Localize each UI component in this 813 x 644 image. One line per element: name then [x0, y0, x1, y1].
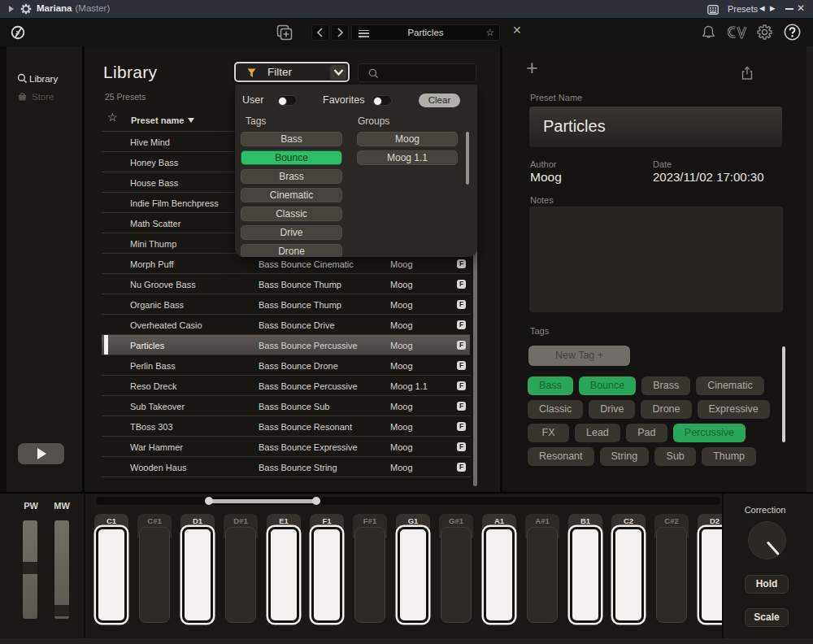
key-e1[interactable]: [268, 527, 299, 623]
scroll-handle-right[interactable]: [312, 497, 320, 505]
dropdown-scrollbar[interactable]: [466, 132, 469, 185]
pitch-wheel[interactable]: [23, 520, 37, 619]
preset-row[interactable]: Sub TakeoverBass Bounce SubMoogF: [102, 396, 470, 416]
preset-forward-button[interactable]: [331, 24, 349, 41]
sort-column-header[interactable]: Preset name: [131, 115, 184, 125]
favorite-star-icon[interactable]: ☆: [485, 27, 494, 38]
key-a1[interactable]: [484, 527, 515, 623]
key-g1[interactable]: [398, 527, 428, 623]
key-fs1[interactable]: [354, 527, 385, 623]
plugin-toolbar: Particles ☆ ✕: [0, 18, 813, 46]
key-f1[interactable]: [311, 527, 342, 623]
new-tag-button[interactable]: New Tag +: [528, 346, 630, 366]
add-preset-icon[interactable]: +: [526, 56, 538, 80]
tag-chip-lead[interactable]: Lead: [575, 424, 620, 442]
share-icon[interactable]: [741, 66, 754, 80]
preview-play-button[interactable]: [18, 443, 64, 464]
mod-wheel[interactable]: [54, 520, 69, 619]
filter-tag-bass[interactable]: Bass: [241, 132, 342, 146]
tag-chip-thump[interactable]: Thump: [702, 447, 756, 466]
tag-chip-bounce[interactable]: Bounce: [579, 376, 636, 395]
notes-field[interactable]: [529, 207, 783, 312]
collapse-caret-icon[interactable]: [9, 6, 14, 12]
filter-tag-cinematic[interactable]: Cinematic: [241, 188, 342, 202]
key-b1[interactable]: [570, 527, 601, 623]
tag-chip-string[interactable]: String: [600, 447, 650, 466]
preset-prev-button[interactable]: ◀: [759, 4, 765, 12]
preset-row[interactable]: Wooden HausBass Bounce StringMoogF: [102, 457, 470, 477]
key-as1[interactable]: [527, 527, 558, 623]
sidebar-item-library[interactable]: Library: [17, 73, 28, 86]
filter-tag-classic[interactable]: Classic: [241, 207, 342, 221]
tag-chip-brass[interactable]: Brass: [641, 376, 690, 395]
preset-group: Moog: [390, 320, 413, 330]
play-icon: [37, 448, 46, 459]
preset-row[interactable]: Nu Groove BassBass Bounce ThumpMoogF: [102, 274, 470, 294]
preset-row[interactable]: ParticlesBass Bounce PercussiveMoogF: [102, 335, 470, 355]
keyboard-scroll-thumb[interactable]: [208, 499, 317, 503]
clear-preset-icon[interactable]: ✕: [512, 24, 522, 37]
notifications-bell-icon[interactable]: [701, 25, 716, 40]
tag-chip-cinematic[interactable]: Cinematic: [696, 376, 764, 395]
key-cs2[interactable]: [656, 527, 687, 623]
cv-settings-icon[interactable]: [728, 25, 747, 39]
preset-row[interactable]: Perlin BassBass Bounce DroneMoogF: [102, 355, 470, 376]
keyboard-icon[interactable]: [707, 5, 719, 15]
scale-button[interactable]: Scale: [745, 608, 789, 627]
correction-knob[interactable]: [748, 521, 786, 559]
plugin-settings-gear-icon[interactable]: [20, 3, 32, 15]
filter-button[interactable]: Filter: [234, 62, 350, 82]
preset-group: Moog: [390, 422, 413, 432]
tags-scrollbar[interactable]: [782, 346, 785, 442]
filter-tag-bounce[interactable]: Bounce: [241, 150, 342, 165]
tag-chip-resonant[interactable]: Resonant: [528, 447, 594, 466]
key-c2[interactable]: [613, 527, 644, 623]
current-preset-box[interactable]: Particles ☆: [351, 24, 500, 41]
preset-row[interactable]: Reso DreckBass Bounce PercussiveMoog 1.1…: [102, 376, 470, 396]
key-d2[interactable]: [699, 527, 722, 623]
tag-chip-fx[interactable]: FX: [528, 424, 569, 442]
key-cs1[interactable]: [139, 527, 170, 623]
filter-group-moog[interactable]: Moog: [357, 132, 458, 146]
tag-chip-expressive[interactable]: Expressive: [698, 400, 770, 419]
keyboard-scroll-track[interactable]: [96, 497, 720, 505]
favorites-toggle[interactable]: [372, 95, 392, 106]
key-gs1[interactable]: [441, 527, 472, 623]
tag-chip-bass[interactable]: Bass: [528, 376, 573, 395]
tag-chip-drone[interactable]: Drone: [641, 400, 691, 419]
sort-direction-icon[interactable]: [188, 118, 194, 123]
preset-back-button[interactable]: [311, 24, 329, 41]
tag-chip-drive[interactable]: Drive: [589, 400, 635, 419]
tag-chip-pad[interactable]: Pad: [626, 424, 667, 442]
preset-name-field[interactable]: Particles: [529, 107, 782, 147]
clear-filters-button[interactable]: Clear: [419, 94, 460, 107]
close-window-icon[interactable]: ✕: [797, 2, 805, 14]
tag-chip-classic[interactable]: Classic: [528, 400, 583, 419]
filter-group-moog-1-1[interactable]: Moog 1.1: [357, 150, 458, 165]
help-icon[interactable]: [784, 24, 801, 41]
chevron-down-icon: [333, 68, 344, 76]
key-ds1[interactable]: [225, 527, 256, 623]
filter-tag-drive[interactable]: Drive: [241, 225, 342, 240]
tag-chip-sub[interactable]: Sub: [654, 447, 696, 466]
favorites-column-icon[interactable]: ☆: [107, 111, 118, 124]
filter-tag-brass[interactable]: Brass: [241, 169, 342, 184]
sidebar-item-store[interactable]: Store: [17, 91, 28, 104]
search-input[interactable]: [358, 63, 476, 82]
preset-row[interactable]: TBoss 303Bass Bounce ResonantMoogF: [102, 416, 470, 437]
preset-next-button[interactable]: ▶: [770, 4, 776, 12]
preset-row[interactable]: War HammerBass Bounce ExpressiveMoogF: [102, 437, 470, 457]
scroll-handle-left[interactable]: [205, 497, 213, 505]
save-preset-icon[interactable]: [276, 24, 293, 41]
preset-row[interactable]: Organic BassBass Bounce ThumpMoogF: [102, 294, 470, 315]
minimize-icon[interactable]: [785, 8, 793, 10]
tag-chip-percussive[interactable]: Percussive: [673, 424, 746, 442]
key-c1[interactable]: [96, 527, 127, 623]
user-toggle[interactable]: [276, 95, 297, 106]
hold-button[interactable]: Hold: [745, 575, 789, 594]
settings-gear-icon[interactable]: [757, 24, 772, 40]
preset-row[interactable]: Overheated CasioBass Bounce DriveMoogF: [102, 315, 470, 335]
preset-name: Nu Groove Bass: [130, 280, 196, 289]
filter-tag-drone[interactable]: Drone: [241, 244, 342, 257]
key-d1[interactable]: [182, 527, 213, 623]
